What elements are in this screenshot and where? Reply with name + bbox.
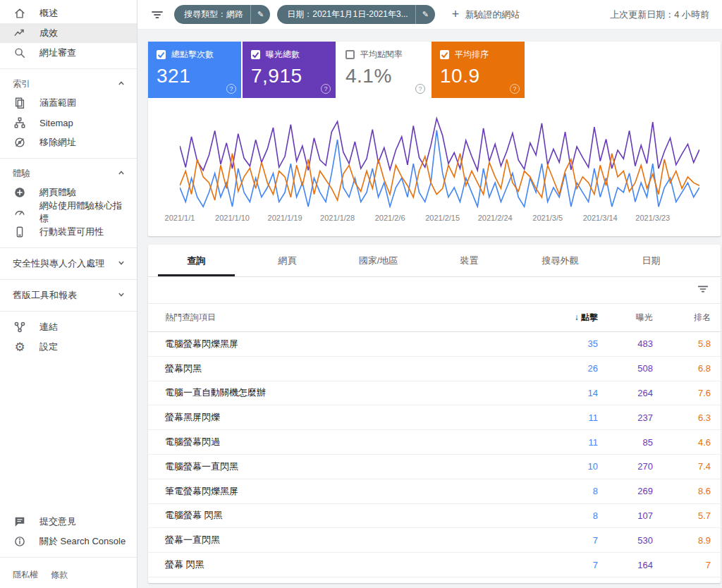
sidebar-section-舊版工具和報表[interactable]: 舊版工具和報表 xyxy=(0,286,137,305)
tab-查詢[interactable]: 查詢 xyxy=(151,245,242,276)
sidebar-item-提交意見[interactable]: 提交意見 xyxy=(0,512,137,532)
line-chart[interactable] xyxy=(180,111,699,208)
footer-link[interactable]: 條款 xyxy=(51,569,68,581)
table-row[interactable]: 筆電螢幕閃爍黑屏 8 269 8.6 xyxy=(148,479,721,504)
new-comparison-button[interactable]: + 新驗證的網站 xyxy=(452,7,520,22)
search-type-chip[interactable]: 搜尋類型：網路 ✎ xyxy=(174,5,270,24)
metric-tile-平均點閱率[interactable]: 平均點閱率 4.1% ? xyxy=(337,42,430,98)
tab-網頁[interactable]: 網頁 xyxy=(242,245,333,276)
metric-label: 平均點閱率 xyxy=(360,49,403,61)
x-tick-label: 2021/3/23 xyxy=(635,214,670,222)
query-cell: 螢幕閃黑 xyxy=(148,362,539,375)
table-header-點擊[interactable]: ↓ 點擊 xyxy=(539,312,598,324)
query-cell: 電腦螢幕一直閃黑 xyxy=(148,460,539,473)
metric-tile-曝光總數[interactable]: 曝光總數 7,915 ? xyxy=(243,42,336,98)
performance-panel: 總點擊次數 321 ?曝光總數 7,915 ?平均點閱率 4.1% ?平均排序 … xyxy=(148,42,721,236)
impressions-cell: 269 xyxy=(598,486,653,496)
chart-x-axis: 2021/1/12021/1/102021/1/192021/1/282021/… xyxy=(180,214,699,232)
clicks-cell: 26 xyxy=(539,363,598,374)
table-filter-row xyxy=(148,277,721,304)
sidebar-item-label: 網址審查 xyxy=(39,47,76,59)
topbar: 搜尋類型：網路 ✎ 日期：2021年1月1日-2021年3... ✎ + 新驗證… xyxy=(137,0,722,30)
metric-tile-總點擊次數[interactable]: 總點擊次數 321 ? xyxy=(148,42,241,98)
tab-日期[interactable]: 日期 xyxy=(606,245,697,276)
sidebar-item-label: 連結 xyxy=(39,321,58,333)
pencil-icon[interactable]: ✎ xyxy=(250,5,270,24)
tab-搜尋外觀[interactable]: 搜尋外觀 xyxy=(515,245,606,276)
sidebar-item-label: 涵蓋範圍 xyxy=(39,97,76,109)
x-tick-label: 2021/2/24 xyxy=(478,214,513,222)
help-icon[interactable]: ? xyxy=(226,84,236,94)
metric-label: 總點擊次數 xyxy=(171,49,214,61)
checkbox-checked-icon[interactable] xyxy=(440,50,449,59)
home-icon xyxy=(13,6,27,20)
plus-icon: + xyxy=(452,7,460,22)
table-row[interactable]: 電腦螢幕 閃黑 8 107 5.7 xyxy=(148,504,721,529)
table-row[interactable]: 電腦一直自動關機怎麼辦 14 264 7.6 xyxy=(148,381,721,406)
sidebar-item-關於 Search Console[interactable]: 關於 Search Console xyxy=(0,532,137,551)
filter-icon[interactable] xyxy=(150,8,164,22)
table-filter-icon[interactable] xyxy=(697,283,709,298)
metric-label: 平均排序 xyxy=(455,49,489,61)
sidebar-item-概述[interactable]: 概述 xyxy=(0,4,137,23)
help-icon[interactable]: ? xyxy=(415,84,425,94)
sidebar-section-索引[interactable]: 索引 xyxy=(0,75,137,93)
table-row[interactable]: 螢幕 閃黑 7 164 7 xyxy=(148,553,721,577)
table-row[interactable]: 電腦螢幕一直閃黑 10 270 7.4 xyxy=(148,455,721,479)
tab-裝置[interactable]: 裝置 xyxy=(424,245,515,276)
sidebar-section-label: 安全性與專人介入處理 xyxy=(13,257,104,270)
metric-value: 321 xyxy=(157,65,234,87)
checkbox-unchecked-icon[interactable] xyxy=(345,50,355,59)
sidebar-item-網站使用體驗核心指標[interactable]: 網站使用體驗核心指標 xyxy=(0,202,137,222)
pencil-icon[interactable]: ✎ xyxy=(415,5,435,24)
tab-國家/地區[interactable]: 國家/地區 xyxy=(333,245,424,276)
sidebar-divider xyxy=(0,247,137,248)
chevron-down-icon xyxy=(116,289,127,302)
table-row[interactable]: 電腦螢幕閃過 11 85 4.6 xyxy=(148,430,721,455)
x-tick-label: 2021/1/10 xyxy=(215,214,250,222)
table-header-曝光[interactable]: 曝光 xyxy=(598,312,653,324)
checkbox-checked-icon[interactable] xyxy=(251,50,260,59)
trend-icon xyxy=(13,26,27,40)
position-cell: 6.8 xyxy=(653,363,711,374)
sidebar-item-成效[interactable]: 成效 xyxy=(0,23,137,43)
metric-tiles: 總點擊次數 321 ?曝光總數 7,915 ?平均點閱率 4.1% ?平均排序 … xyxy=(148,42,721,98)
query-cell: 螢幕一直閃黑 xyxy=(148,534,539,546)
main-scroll-area: 總點擊次數 321 ?曝光總數 7,915 ?平均點閱率 4.1% ?平均排序 … xyxy=(137,30,722,588)
impressions-cell: 530 xyxy=(598,535,653,546)
series-曝光總數 xyxy=(180,118,699,171)
table-row[interactable]: 螢幕閃黑 26 508 6.8 xyxy=(148,357,721,381)
sidebar-divider xyxy=(0,557,137,558)
mobile-icon xyxy=(13,225,27,239)
table-header-排名[interactable]: 排名 xyxy=(653,312,711,324)
metric-tile-平均排序[interactable]: 平均排序 10.9 ? xyxy=(432,42,525,98)
sidebar-item-移除網址[interactable]: 移除網址 xyxy=(0,133,137,152)
query-cell: 螢幕黑屏閃爍 xyxy=(148,411,539,424)
help-icon[interactable]: ? xyxy=(510,84,520,94)
sidebar-divider xyxy=(0,279,137,280)
table-row[interactable]: 螢幕一直閃黑 7 530 8.9 xyxy=(148,528,721,553)
sidebar-footer: 隱私權條款 xyxy=(0,563,137,588)
checkbox-checked-icon[interactable] xyxy=(157,50,166,59)
table-row[interactable]: 螢幕黑屏閃爍 11 237 6.3 xyxy=(148,405,721,430)
sidebar-section-體驗[interactable]: 體驗 xyxy=(0,164,137,183)
footer-link[interactable]: 隱私權 xyxy=(13,569,38,581)
sidebar-item-連結[interactable]: 連結 xyxy=(0,317,137,337)
position-cell: 4.6 xyxy=(653,437,711,448)
help-icon[interactable]: ? xyxy=(321,84,331,94)
sidebar-item-行動裝置可用性[interactable]: 行動裝置可用性 xyxy=(0,222,137,242)
sidebar-item-涵蓋範圍[interactable]: 涵蓋範圍 xyxy=(0,93,137,113)
impressions-cell: 508 xyxy=(598,363,653,374)
table-row[interactable]: 電腦螢幕閃爍黑屏 35 483 5.8 xyxy=(148,332,721,357)
sidebar-section-label: 索引 xyxy=(13,78,30,90)
sort-arrow-down-icon: ↓ xyxy=(575,312,581,322)
impressions-cell: 270 xyxy=(598,461,653,472)
sidebar-section-安全性與專人介入處理[interactable]: 安全性與專人介入處理 xyxy=(0,254,137,274)
metric-value: 7,915 xyxy=(251,65,329,87)
sidebar-item-設定[interactable]: ⚙設定 xyxy=(0,337,137,357)
sidebar-item-Sitemap[interactable]: Sitemap xyxy=(0,113,137,133)
position-cell: 7.4 xyxy=(653,461,711,472)
sidebar-item-網址審查[interactable]: 網址審查 xyxy=(0,43,137,63)
query-cell: 電腦螢幕閃爍黑屏 xyxy=(148,338,539,350)
date-range-chip[interactable]: 日期：2021年1月1日-2021年3... ✎ xyxy=(277,5,435,24)
